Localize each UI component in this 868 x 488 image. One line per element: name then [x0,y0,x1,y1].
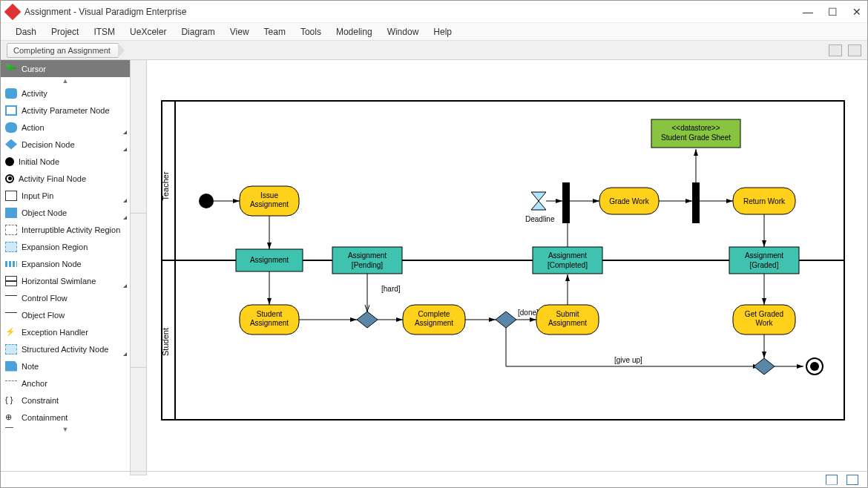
palette-label: Decision Node [22,140,75,149]
palette-decision[interactable]: Decision Node [1,136,130,153]
menubar: Dash Project ITSM UeXceler Diagram View … [1,23,867,41]
palette-note[interactable]: Note [1,357,130,375]
palette-containment[interactable]: ⊕—Containment [1,409,130,426]
object-node-icon [5,208,17,218]
statusbar [1,471,867,487]
svg-text:Assignment: Assignment [548,251,587,260]
palette-action[interactable]: Action [1,119,130,136]
titlebar: Assignment - Visual Paradigm Enterprise … [1,1,867,23]
breadcrumb[interactable]: Completing an Assignment [7,43,119,58]
svg-text:Assignment: Assignment [250,319,289,327]
window-title: Assignment - Visual Paradigm Enterprise [24,7,803,17]
join-bar-1[interactable] [562,182,570,223]
svg-text:Assignment: Assignment [745,251,783,260]
palette-label: Expansion Region [22,243,88,251]
menu-help[interactable]: Help [433,27,452,37]
issue-l2: Assignment [250,200,289,208]
menu-itsm[interactable]: ITSM [93,27,115,37]
initial-node[interactable] [199,194,214,208]
merge-node[interactable] [754,358,775,375]
palette: Cursor ▲ Activity Activity Parameter Nod… [1,60,131,475]
decision-2[interactable] [496,311,516,328]
palette-label: Control Flow [22,294,68,303]
palette-collapse-up[interactable]: ▲ [1,77,130,85]
palette-label: Containment [22,413,68,422]
svg-text:Student Grade Sheet: Student Grade Sheet [661,133,731,142]
app-logo-icon [4,3,22,20]
maximize-button[interactable]: ☐ [828,6,838,18]
menu-tools[interactable]: Tools [300,27,321,37]
close-button[interactable]: ✕ [852,6,861,18]
gutter-top[interactable] [131,60,146,214]
palette-input-pin[interactable]: Input Pin [1,187,130,204]
minimize-button[interactable]: — [803,6,813,18]
palette-exception[interactable]: ⚡Exception Handler [1,323,130,340]
swimlane-icon [5,276,17,286]
menu-team[interactable]: Team [264,27,286,37]
palette-label: Note [22,362,39,371]
gutter-mid[interactable] [131,214,146,367]
palette-object-flow[interactable]: Object Flow [1,306,130,323]
palette-label: Expansion Node [22,260,82,268]
final-node-dot [810,362,819,371]
deadline-bot[interactable] [531,201,546,210]
svg-text:Get Graded: Get Graded [745,310,783,318]
deadline-top[interactable] [531,192,546,201]
menu-window[interactable]: Window [387,27,419,37]
svg-text:Submit: Submit [556,310,579,318]
mail-icon[interactable] [826,475,838,485]
window-controls: — ☐ ✕ [803,6,861,18]
object-flow-icon [5,312,17,323]
palette-structured[interactable]: Structured Activity Node [1,340,130,357]
containment-icon: ⊕— [5,412,17,423]
palette-final[interactable]: Activity Final Node [1,170,130,187]
palette-cursor[interactable]: Cursor [1,60,130,77]
palette-expansion-node[interactable]: Expansion Node [1,255,130,272]
decision-icon [5,139,17,150]
tabbar: Completing an Assignment [1,41,867,60]
label-done: [done] [518,309,539,317]
palette-label: Cursor [22,65,46,73]
palette-swimlane[interactable]: Horizontal Swimlane [1,272,130,289]
input-pin-icon [5,191,17,201]
svg-text:[Completed]: [Completed] [548,261,588,269]
decision-1[interactable] [357,311,378,328]
svg-text:Work: Work [755,319,773,327]
add-diagram-icon[interactable] [848,44,861,56]
palette-initial[interactable]: Initial Node [1,153,130,170]
palette-activity-param[interactable]: Activity Parameter Node [1,102,130,119]
menu-dash[interactable]: Dash [16,27,36,37]
palette-expansion-region[interactable]: Expansion Region [1,238,130,255]
palette-label: Constraint [22,396,59,405]
palette-control-flow[interactable]: Control Flow [1,289,130,306]
breadcrumb-label: Completing an Assignment [13,46,111,55]
note-icon[interactable] [846,475,858,485]
menu-modeling[interactable]: Modeling [336,27,372,37]
param-node-icon [5,105,17,116]
palette-label: Input Pin [22,191,53,200]
svg-text:Student: Student [257,310,283,318]
palette-label: Anchor [22,379,47,388]
fork-bar-2[interactable] [692,182,700,223]
palette-label: Horizontal Swimlane [22,277,96,286]
menu-uexceler[interactable]: UeXceler [130,27,166,37]
switch-diagram-icon[interactable] [829,44,842,56]
palette-object-node[interactable]: Object Node [1,204,130,221]
palette-constraint[interactable]: { }Constraint [1,392,130,409]
palette-collapse-down[interactable]: ▼ [1,426,130,433]
diagram-canvas[interactable]: Teacher Student Issue Assignment Assignm… [147,60,867,475]
menu-project[interactable]: Project [51,27,79,37]
palette-anchor[interactable]: Anchor [1,375,130,392]
menu-diagram[interactable]: Diagram [181,27,214,37]
palette-label: Action [22,123,45,132]
palette-activity[interactable]: Activity [1,85,130,102]
swimlane-student: Student [161,328,170,356]
palette-interrupt[interactable]: Interruptible Activity Region [1,221,130,238]
note-icon [5,361,17,372]
issue-l1: Issue [260,191,278,200]
workspace: Cursor ▲ Activity Activity Parameter Nod… [1,60,867,475]
cursor-icon [5,64,17,74]
gutter-bot[interactable] [131,368,146,475]
svg-text:<<datastore>>: <<datastore>> [671,124,720,132]
menu-view[interactable]: View [230,27,249,37]
